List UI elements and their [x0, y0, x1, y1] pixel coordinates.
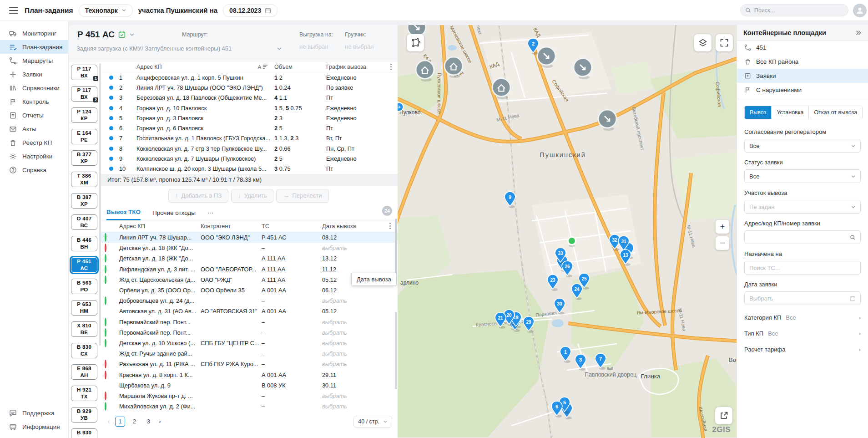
sidebar-item-11[interactable]: Справка [0, 163, 68, 177]
layers-button[interactable] [694, 34, 712, 51]
date-pick-link[interactable]: выбрать [322, 403, 347, 410]
segment-3[interactable]: Отказ от вывоза [808, 106, 862, 119]
vehicle-plate[interactable]: Е 868АН [71, 364, 97, 380]
scrollbar-thumb[interactable] [395, 312, 397, 389]
collapse-panel-icon[interactable] [855, 30, 862, 36]
date-cell[interactable]: 29.11 [322, 372, 336, 378]
date-cell[interactable]: 06.12 [322, 287, 337, 294]
sidebar-item-8[interactable]: Акты [0, 122, 68, 136]
date-picker[interactable]: 08.12.2023 [223, 4, 278, 17]
sidebar-item-4[interactable]: Заявки [0, 67, 68, 81]
request-row[interactable]: Детская ул. д. 18 (ЖК "До... А 111 АА 13… [101, 253, 398, 264]
tab-1[interactable]: Вывоз ТКО [106, 209, 141, 220]
tabs-more-icon[interactable]: ⋯ [207, 209, 215, 220]
date-cell[interactable]: 30.11 [322, 382, 336, 389]
page-3[interactable]: 3 [143, 417, 153, 427]
vehicle-plate[interactable]: В 929УВ [71, 407, 97, 423]
request-row[interactable]: Детская ул. д. 10 Ушково (... СПБ ГБУ "Ц… [101, 338, 398, 348]
vehicle-plate[interactable]: Р 653НМ [71, 300, 97, 316]
plan-table-row[interactable]: 10 Колпинское ш. д. 20 корп. 3 Шушары (ш… [101, 164, 398, 174]
sort-control[interactable]: А [258, 64, 274, 70]
request-row[interactable]: Ж/д ст. Ручьи здание рай... – выбрать [101, 348, 398, 359]
date-cell[interactable]: 05.12 [322, 276, 337, 283]
sidebar-item-1[interactable]: Мониторинг [0, 26, 68, 40]
panel-link-3[interactable]: Расчет тарифа› [737, 341, 868, 357]
filter-select-1[interactable]: Все [744, 139, 861, 153]
request-row[interactable]: Орбели ул. д. 35 (ООО Ор... ООО Орбели 3… [101, 285, 398, 295]
date-cell[interactable]: 08.12 [322, 234, 337, 241]
fullscreen-button[interactable] [716, 34, 733, 51]
plan-table-row[interactable]: 8 Кокколевская ул. д. 7 стр 3 тер Пулков… [101, 143, 398, 153]
next-page-icon[interactable]: › [157, 418, 162, 425]
prev-page-icon[interactable]: ‹ [106, 418, 111, 425]
page-size-select[interactable]: 40 / стр. [353, 416, 392, 428]
vehicle-plate[interactable]: В 446ВН [71, 236, 97, 251]
segment-1[interactable]: Вывоз [745, 106, 771, 119]
panel-nav-item-3[interactable]: Заявки [737, 69, 868, 83]
plan-table-row[interactable]: 6 Горная ул. д. 6 Павловск 2 5 Пт [101, 123, 398, 133]
table-menu-icon[interactable] [388, 221, 393, 231]
vehicle-plate[interactable]: Р 124КР [71, 107, 97, 123]
zoom-in-button[interactable]: + [716, 220, 729, 234]
request-row[interactable]: Разъезжая ул. д. 11 (РЖА ... СПб ГКУ РЖА… [101, 359, 398, 369]
date-cell[interactable]: 11.12 [322, 266, 336, 273]
vehicle-plate[interactable]: Р 117ВХ1 [71, 65, 97, 80]
sidebar-bottom-item-2[interactable]: Информация [0, 420, 68, 433]
filter-date-6[interactable]: Выбрать [744, 291, 861, 305]
menu-icon[interactable] [9, 7, 18, 14]
panel-link-1[interactable]: Категория КПВсе› [737, 310, 868, 326]
vehicle-plate[interactable]: В 563РО [71, 279, 97, 294]
tab-2[interactable]: Прочие отходы [152, 209, 196, 220]
request-row[interactable]: Детская ул. д. 18 (ЖК "До... – выбрать [101, 243, 398, 253]
avatar[interactable] [853, 4, 867, 17]
action-button-1[interactable]: ↑Добавить в ПЗ [168, 189, 228, 203]
filter-input-5[interactable]: Поиск ТС... [744, 261, 861, 275]
date-pick-link[interactable]: выбрать [322, 340, 347, 346]
plan-table-row[interactable]: 2 Линия ЛРТ уч. 78 Шушары (ООО "ЭКО ЛЭНД… [101, 82, 398, 92]
export-button[interactable] [715, 407, 732, 424]
plan-table-row[interactable]: 1 Анциферовская ул. д. 1 корп. 5 Пушкин … [101, 72, 398, 82]
date-pick-link[interactable]: выбрать [322, 350, 347, 357]
sidebar-item-10[interactable]: Настройки [0, 149, 68, 163]
vehicle-plate[interactable]: В 930 [71, 428, 97, 438]
segment-2[interactable]: Установка [771, 106, 808, 119]
request-row[interactable]: Маршала Жукова пр-т д. ... – выбрать [101, 391, 398, 401]
vehicle-plate[interactable]: Н 921ТХ [71, 386, 97, 401]
map-attribution[interactable]: 2GIS [712, 425, 731, 434]
vehicle-plate[interactable]: Х 810ВЕ [71, 321, 97, 337]
area-select-button[interactable] [407, 34, 424, 51]
vehicle-plate[interactable]: Т 386ХМ [71, 172, 97, 187]
sidebar-item-6[interactable]: Контроль [0, 95, 68, 108]
vehicle-plate[interactable]: В 377ХР [71, 150, 97, 166]
chevron-down-icon[interactable] [129, 32, 135, 37]
plan-table-row[interactable]: 7 Госпитальная ул. д. 1 Павловск (ГБУЗ Г… [101, 133, 398, 143]
date-pick-link[interactable]: выбрать [322, 319, 347, 326]
date-pick-link[interactable]: выбрать [322, 244, 347, 251]
route-select[interactable]: Задняя загрузка (с КМУ/ Заглубленные кон… [76, 45, 282, 52]
date-pick-link[interactable]: выбрать [322, 297, 347, 304]
panel-nav-item-4[interactable]: С нарушениями [737, 83, 868, 97]
map-green-marker[interactable] [568, 237, 576, 247]
sidebar-item-2[interactable]: План-задания [0, 40, 68, 54]
filter-select-2[interactable]: Все [744, 169, 861, 183]
sidebar-item-5[interactable]: Справочники [0, 81, 68, 95]
vehicle-plate[interactable]: О 407ВС [71, 214, 97, 230]
action-button-2[interactable]: ↓Удалить [231, 189, 273, 203]
plan-table-row[interactable]: 9 Кокколевская ул. д. 7 Шушары (Пулковск… [101, 153, 398, 163]
panel-nav-item-1[interactable]: 451 [737, 41, 868, 55]
filter-select-3[interactable]: Не задан [744, 200, 861, 214]
request-row[interactable]: Первомайский пер. Понт... – выбрать [101, 316, 398, 327]
page-2[interactable]: 2 [129, 417, 139, 427]
loader-value[interactable]: не выбран [345, 43, 373, 50]
vehicle-plate[interactable]: Р 117ВХ2 [71, 86, 97, 102]
action-button-3[interactable]: →Перенести [276, 189, 328, 203]
sidebar-item-7[interactable]: Отчеты [0, 108, 68, 122]
filter-search-4[interactable] [744, 230, 861, 244]
request-row[interactable]: Михайловская ул. д. 2 (Фи... – выбрать [101, 401, 398, 412]
unload-value[interactable]: не выбран [299, 43, 328, 50]
plan-table-row[interactable]: 5 Горная ул. д. 3 Павловск 2 3 Ежедневно [101, 113, 398, 123]
map[interactable]: ПулковоПушкинскийарлиноПавловский дворец… [398, 25, 737, 438]
calendar-check-icon[interactable] [118, 31, 126, 38]
plan-table-row[interactable]: 4 Горная ул. д. 10 Павловск 1 5, 5 0.75 … [101, 103, 398, 113]
zoom-out-button[interactable]: − [716, 236, 729, 250]
